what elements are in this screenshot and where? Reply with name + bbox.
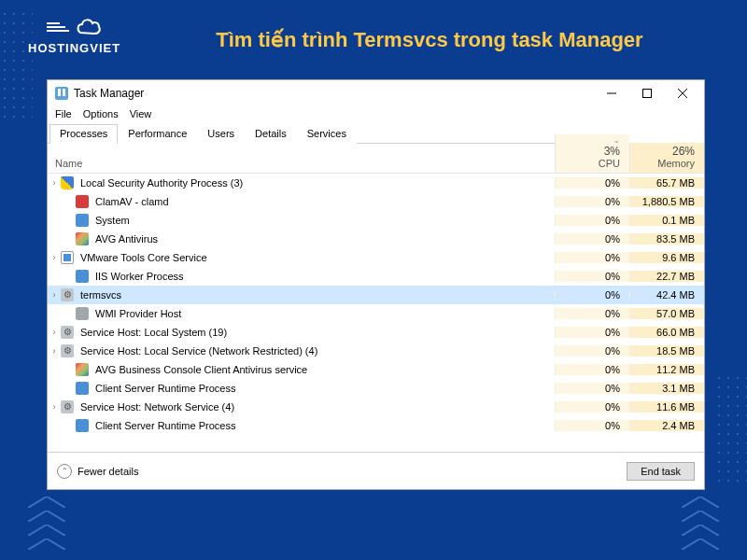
- process-name: System: [93, 215, 555, 226]
- process-row[interactable]: ›termsvcs0%42.4 MB: [48, 286, 704, 304]
- process-row[interactable]: System0%0.1 MB: [48, 211, 704, 230]
- process-name: Service Host: Network Service (4): [78, 401, 555, 413]
- process-name: Client Server Runtime Process: [93, 383, 555, 394]
- menu-options[interactable]: Options: [83, 108, 119, 119]
- brand-logo: HOSTINGVIET: [28, 17, 120, 55]
- process-memory: 65.7 MB: [629, 177, 704, 189]
- fewer-details-button[interactable]: ⌃ Fewer details: [57, 464, 138, 479]
- process-name: Client Server Runtime Process: [93, 420, 555, 431]
- process-name: Service Host: Local System (19): [78, 327, 555, 338]
- process-memory: 1,880.5 MB: [629, 196, 704, 207]
- cloud-icon: [74, 17, 102, 37]
- process-memory: 66.0 MB: [629, 327, 704, 338]
- expand-icon[interactable]: ›: [48, 178, 61, 188]
- tab-users[interactable]: Users: [197, 124, 245, 144]
- process-memory: 2.4 MB: [629, 420, 704, 431]
- task-manager-window: Task Manager File Options View Processes…: [47, 79, 705, 490]
- process-memory: 57.0 MB: [629, 308, 704, 319]
- window-title: Task Manager: [74, 87, 144, 100]
- process-row[interactable]: ›Service Host: Local System (19)0%66.0 M…: [48, 323, 704, 342]
- expand-icon[interactable]: ›: [48, 253, 61, 262]
- process-name: VMware Tools Core Service: [78, 252, 555, 263]
- process-cpu: 0%: [555, 271, 629, 282]
- process-icon: [61, 326, 74, 339]
- process-cpu: 0%: [555, 383, 629, 394]
- process-row[interactable]: Client Server Runtime Process0%2.4 MB: [48, 416, 704, 435]
- decoration-chevrons: [28, 495, 65, 551]
- process-cpu: 0%: [555, 252, 629, 263]
- tab-performance[interactable]: Performance: [118, 124, 197, 144]
- process-memory: 18.5 MB: [629, 345, 704, 357]
- expand-icon[interactable]: ›: [48, 402, 61, 412]
- column-memory[interactable]: 26% Memory: [629, 143, 704, 173]
- process-cpu: 0%: [555, 345, 629, 357]
- window-footer: ⌃ Fewer details End task: [48, 452, 704, 489]
- process-icon: [76, 307, 89, 320]
- process-icon: [61, 400, 74, 413]
- process-name: WMI Provider Host: [93, 308, 555, 319]
- process-row[interactable]: ClamAV - clamd0%1,880.5 MB: [48, 192, 704, 211]
- process-icon: [76, 195, 89, 208]
- process-list: ›Local Security Authority Process (3)0%6…: [48, 174, 704, 452]
- process-icon: [61, 288, 74, 301]
- process-name: Service Host: Local Service (Network Res…: [78, 345, 555, 357]
- process-memory: 83.5 MB: [629, 233, 704, 245]
- process-cpu: 0%: [555, 215, 629, 226]
- process-icon: [61, 176, 74, 189]
- process-cpu: 0%: [555, 364, 629, 375]
- process-cpu: 0%: [555, 196, 629, 207]
- process-row[interactable]: AVG Business Console Client Antivirus se…: [48, 360, 704, 379]
- process-cpu: 0%: [555, 233, 629, 245]
- expand-icon[interactable]: ›: [48, 290, 61, 300]
- column-name[interactable]: Name: [48, 154, 555, 173]
- process-icon: [76, 270, 89, 283]
- process-cpu: 0%: [555, 401, 629, 413]
- decoration-dots: [714, 373, 747, 485]
- process-icon: [76, 419, 89, 432]
- sort-indicator-icon: ⌄: [613, 136, 620, 145]
- expand-icon[interactable]: ›: [48, 346, 61, 356]
- process-icon: [61, 344, 74, 357]
- process-icon: [61, 251, 74, 264]
- process-cpu: 0%: [555, 420, 629, 431]
- process-row[interactable]: IIS Worker Process0%22.7 MB: [48, 267, 704, 286]
- svg-rect-1: [643, 90, 652, 98]
- process-row[interactable]: WMI Provider Host0%57.0 MB: [48, 304, 704, 323]
- process-name: AVG Antivirus: [93, 233, 555, 245]
- expand-icon[interactable]: ›: [48, 328, 61, 337]
- minimize-button[interactable]: [594, 82, 629, 105]
- decoration-chevrons: [682, 495, 719, 551]
- process-cpu: 0%: [555, 177, 629, 189]
- process-row[interactable]: ›Service Host: Network Service (4)0%11.6…: [48, 398, 704, 416]
- column-headers: Name ⌄ 3% CPU 26% Memory: [48, 144, 704, 174]
- column-cpu[interactable]: ⌄ 3% CPU: [555, 134, 629, 173]
- process-name: IIS Worker Process: [93, 271, 555, 282]
- end-task-button[interactable]: End task: [627, 462, 695, 481]
- brand-name: HOSTINGVIET: [28, 41, 120, 55]
- menu-file[interactable]: File: [55, 108, 72, 119]
- menu-view[interactable]: View: [130, 108, 152, 119]
- process-memory: 11.6 MB: [629, 401, 704, 413]
- tab-details[interactable]: Details: [245, 124, 297, 144]
- maximize-button[interactable]: [629, 82, 665, 105]
- window-titlebar[interactable]: Task Manager: [48, 80, 704, 106]
- tab-services[interactable]: Services: [297, 124, 357, 144]
- process-row[interactable]: ›Local Security Authority Process (3)0%6…: [48, 174, 704, 192]
- process-icon: [76, 363, 89, 376]
- process-memory: 22.7 MB: [629, 271, 704, 282]
- process-icon: [76, 232, 89, 245]
- close-button[interactable]: [665, 82, 700, 105]
- process-icon: [76, 214, 89, 227]
- process-memory: 42.4 MB: [629, 289, 704, 301]
- process-name: termsvcs: [78, 289, 555, 301]
- chevron-up-icon: ⌃: [57, 464, 72, 479]
- process-memory: 9.6 MB: [629, 252, 704, 263]
- process-row[interactable]: ›Service Host: Local Service (Network Re…: [48, 342, 704, 360]
- tab-processes[interactable]: Processes: [49, 124, 118, 144]
- process-memory: 11.2 MB: [629, 364, 704, 375]
- process-row[interactable]: AVG Antivirus0%83.5 MB: [48, 230, 704, 248]
- process-row[interactable]: Client Server Runtime Process0%3.1 MB: [48, 379, 704, 398]
- process-memory: 0.1 MB: [629, 215, 704, 226]
- process-name: AVG Business Console Client Antivirus se…: [93, 364, 555, 375]
- process-row[interactable]: ›VMware Tools Core Service0%9.6 MB: [48, 248, 704, 267]
